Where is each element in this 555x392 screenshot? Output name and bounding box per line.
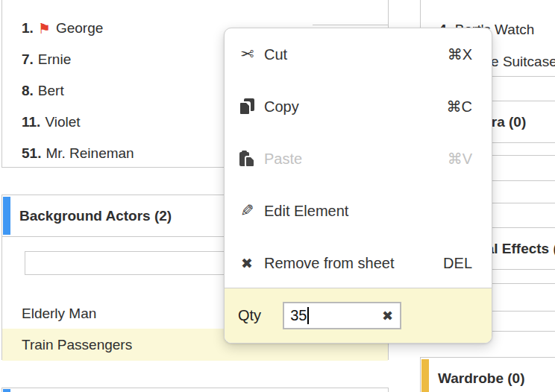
menu-item-paste[interactable]: Paste ⌘V (225, 133, 492, 185)
cast-name: Bert (38, 83, 64, 99)
text-caret (307, 307, 309, 324)
breakdown-sheet: 1. ⚑ George 7. Ernie 8. Bert 11. Violet … (0, 0, 555, 392)
element-name: Train Passengers (22, 337, 132, 353)
cast-number: 8. (22, 83, 34, 99)
next-category-card (1, 388, 389, 392)
qty-value: 35 (290, 307, 307, 324)
qty-footer: Qty 35 ✖ (225, 288, 492, 343)
copy-icon (237, 98, 257, 115)
pencil-icon: ✎ (237, 203, 257, 219)
menu-item-cut[interactable]: ✂ Cut ⌘X (225, 28, 492, 80)
cast-number: 1. (22, 20, 34, 37)
wardrobe-card: Wardrobe (0) (420, 357, 555, 392)
paste-icon (237, 151, 257, 167)
cast-number: 51. (22, 145, 41, 162)
cast-name: Violet (45, 114, 80, 130)
menu-item-copy[interactable]: Copy ⌘C (225, 80, 492, 133)
menu-item-label: Cut (264, 46, 287, 63)
cast-number: 11. (22, 114, 40, 130)
qty-label: Qty (238, 307, 261, 324)
blue-accent-bar (3, 197, 10, 235)
flag-icon: ⚑ (38, 22, 51, 36)
qty-input[interactable]: 35 ✖ (283, 302, 401, 329)
context-menu: ✂ Cut ⌘X Copy ⌘C (224, 28, 492, 344)
scissors-icon: ✂ (237, 46, 257, 63)
shortcut-label: ⌘X (448, 45, 472, 63)
gold-accent-bar (421, 359, 429, 392)
shortcut-label: DEL (443, 255, 472, 272)
shortcut-label: ⌘C (447, 98, 472, 116)
cast-name: George (56, 20, 103, 37)
menu-item-remove-from-sheet[interactable]: ✖ Remove from sheet DEL (225, 237, 492, 289)
shortcut-label: ⌘V (448, 150, 472, 168)
cast-number: 7. (22, 51, 34, 68)
blue-accent-bar (3, 389, 10, 392)
cast-name: Mr. Reineman (46, 145, 134, 162)
element-name: Elderly Man (22, 306, 96, 322)
wardrobe-title: Wardrobe (0) (421, 358, 555, 392)
menu-item-label: Edit Element (264, 203, 348, 220)
wardrobe-header: Wardrobe (0) (421, 358, 555, 392)
menu-item-edit-element[interactable]: ✎ Edit Element (225, 185, 492, 237)
cast-name: Ernie (38, 51, 71, 68)
x-icon: ✖ (237, 256, 257, 271)
menu-item-label: Copy (264, 98, 299, 116)
menu-item-label: Paste (264, 151, 302, 168)
clear-icon[interactable]: ✖ (382, 309, 393, 323)
menu-item-label: Remove from sheet (264, 255, 395, 272)
